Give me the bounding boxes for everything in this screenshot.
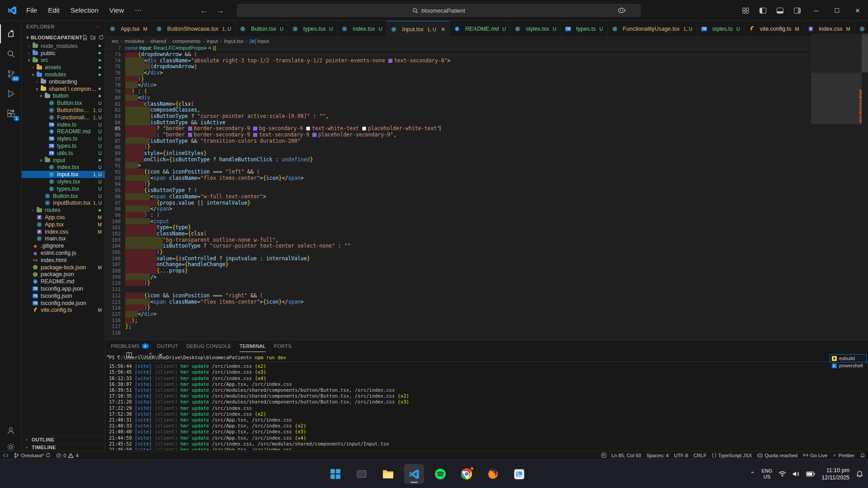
code-line-78[interactable]: 78 </div> [105, 82, 868, 89]
terminal-instance-powershell[interactable]: powershell [830, 362, 866, 369]
panel-tab-debug-console[interactable]: DEBUG CONSOLE [186, 340, 231, 352]
code-line-101[interactable]: 101 type={type} [105, 225, 868, 231]
tree-item-package-lock.json[interactable]: package-lock.jsonM [22, 264, 105, 271]
tree-item-styles.ts[interactable]: TSstyles.tsU [22, 135, 105, 142]
code-line-96[interactable]: 96 <span className="w-full text-center"> [105, 194, 868, 200]
tree-item-index.ts[interactable]: TSindex.tsU [22, 121, 105, 128]
code-line-98[interactable]: 98 </span> [105, 206, 868, 212]
code-line-112[interactable]: 112 {icon && iconPosition === "right" &&… [105, 293, 868, 299]
status-item-quota-reached[interactable]: Quota reached [755, 451, 800, 460]
tree-item-shared-components[interactable]: ∨shared \ components [22, 85, 105, 93]
tab-close-icon[interactable]: ✕ [441, 26, 445, 33]
tree-item-Input.tsx[interactable]: Input.tsx1, U [22, 171, 105, 178]
code-line-79[interactable]: 79 ) : ( [105, 89, 868, 95]
copilot-icon[interactable] [615, 5, 628, 16]
editor-tab-FunctionalityUsage.tsx[interactable]: FunctionalityUsage.tsx1, U [608, 21, 697, 37]
forward-arrow-icon[interactable]: → [216, 6, 224, 15]
tree-item-button[interactable]: ∨button [22, 93, 105, 100]
taskbar-app-firefox[interactable] [483, 464, 503, 484]
taskbar-app-spotify[interactable] [430, 464, 450, 484]
tree-item-Button.tsx[interactable]: Button.tsxU [22, 192, 105, 200]
tree-item-eslint.config.js[interactable]: ◉eslint.config.js [22, 249, 105, 257]
sticky-scroll-line[interactable]: 7const Input: React.FC<InputProps> = ({ [105, 45, 809, 52]
tree-item-main.tsx[interactable]: main.tsx [22, 235, 105, 243]
menu-view[interactable]: View [104, 4, 129, 17]
taskbar-app-vscode[interactable] [404, 464, 424, 484]
code-line-107[interactable]: 107 onChange={handleChange} [105, 262, 868, 268]
terminal-instance-esbuild[interactable]: esbuild [830, 355, 866, 362]
breadcrumb-item-modules[interactable]: modules [125, 38, 144, 44]
outline-section[interactable]: ›OUTLINE [22, 436, 105, 443]
breadcrumb[interactable]: src›modules›shared›components›input›Inpu… [105, 37, 868, 45]
language-indicator[interactable]: ENGUS [762, 468, 773, 480]
new-folder-icon[interactable] [90, 35, 96, 40]
clock-date[interactable]: 11:10 pm 12/11/2025 [821, 467, 849, 481]
breadcrumb-item-shared[interactable]: shared [151, 38, 166, 44]
code-line-116[interactable]: 116 ); [105, 318, 868, 324]
breadcrumb-item-input[interactable]: input [207, 38, 218, 44]
panel-tab-problems[interactable]: PROBLEMS4 [111, 340, 149, 352]
notification-bell-icon[interactable] [856, 470, 863, 478]
tree-item-modules[interactable]: ∨modules [22, 71, 105, 78]
code-line-86[interactable]: 86 : "border border-secondary-9 text-sec… [105, 132, 868, 138]
tree-item-index.css[interactable]: #index.cssM [22, 228, 105, 235]
code-line-99[interactable]: 99 ) : ( [105, 212, 868, 219]
tree-item-assets[interactable]: ›assets [22, 64, 105, 71]
tree-item-Button.tsx[interactable]: Button.tsxU [22, 99, 105, 107]
maximize-button[interactable]: ☐ [826, 0, 847, 21]
status-item-bell[interactable] [857, 451, 868, 460]
code-line-77[interactable]: 77 )} [105, 76, 868, 83]
tree-item-public[interactable]: ›public [22, 50, 105, 57]
code-line-114[interactable]: 114 )} [105, 305, 868, 311]
taskbar-chevron-up-icon[interactable]: ⌃ [750, 470, 755, 478]
code-line-109[interactable]: 109 /> [105, 274, 868, 281]
code-line-7[interactable]: 7const Input: React.FC<InputProps> = ({ [105, 45, 809, 52]
extensions-activity-icon[interactable]: 1 [0, 104, 22, 123]
code-line-111[interactable]: 111 [105, 286, 868, 293]
tree-item-onboarding[interactable]: ›onboarding [22, 78, 105, 85]
breadcrumb-item-components[interactable]: components [172, 38, 201, 44]
toggle-sidebar-icon[interactable] [756, 5, 769, 16]
code-line-104[interactable]: 104 isButtonType ? "cursor-pointer text-… [105, 243, 868, 249]
minimap[interactable] [811, 34, 862, 124]
tree-item-node-modules[interactable]: ›node_modules [22, 42, 105, 50]
panel-tab-output[interactable]: OUTPUT [157, 340, 178, 352]
status-item-utf-8[interactable]: UTF-8 [671, 451, 691, 460]
git-branch-item[interactable]: Oreoluwa* [11, 451, 53, 460]
code-editor[interactable]: 73 {dropdownArrow && (74 <div className=… [105, 52, 868, 340]
status-item-typescript-jsx[interactable]: { }TypeScript JSX [709, 451, 755, 460]
code-line-89[interactable]: 89 style={inlineStyles} [105, 150, 868, 157]
code-line-92[interactable]: 92 {icon && iconPosition === "left" && ( [105, 169, 868, 175]
panel-tab-ports[interactable]: PORTS [274, 340, 292, 352]
taskbar-app-photos[interactable] [509, 464, 529, 484]
menu-more[interactable]: ⋯ [129, 4, 147, 17]
tree-item-tsconfig.node.json[interactable]: TStsconfig.node.json [22, 300, 105, 307]
code-line-115[interactable]: 115 </div> [105, 311, 868, 318]
breadcrumb-item-Input.tsx[interactable]: Input.tsx [224, 38, 243, 44]
toggle-panel-icon[interactable] [773, 5, 787, 16]
run-debug-activity-icon[interactable] [0, 84, 22, 103]
tree-item-tsconfig.json[interactable]: TStsconfig.json [22, 292, 105, 300]
tree-item-types.ts[interactable]: TStypes.tsU [22, 142, 105, 150]
code-line-97[interactable]: 97 {props.value || internalValue} [105, 200, 868, 206]
tree-item-.gitignore[interactable]: ◆.gitignore [22, 242, 105, 249]
battery-icon[interactable] [806, 471, 815, 477]
code-line-102[interactable]: 102 className={clsx( [105, 231, 868, 237]
timeline-section[interactable]: ›TIMELINE [22, 443, 105, 451]
status-item-ln-85-col-93[interactable]: Ln 85, Col 93 [609, 451, 644, 460]
status-item-go-live[interactable]: Go Live [800, 451, 830, 460]
breadcrumb-item-Input[interactable]: Input [257, 38, 269, 44]
editor-tab-types.tsx[interactable]: types.tsxU [288, 21, 337, 37]
editor-tab-Button.tsx[interactable]: Button.tsxU [236, 21, 288, 37]
command-center-search[interactable]: bloomecaPatient [237, 4, 641, 17]
wifi-icon[interactable] [778, 471, 786, 477]
menu-selection[interactable]: Selection [65, 4, 104, 17]
tree-item-README.md[interactable]: iREADME.mdU [22, 128, 105, 136]
code-line-94[interactable]: 94 )} [105, 181, 868, 188]
code-line-118[interactable]: 118 [105, 330, 868, 336]
close-button[interactable]: ✕ [847, 0, 868, 21]
tree-item-package.json[interactable]: package.json [22, 271, 105, 278]
source-control-activity-icon[interactable]: 43 [0, 64, 22, 83]
tree-item-input[interactable]: ∨input [22, 157, 105, 164]
editor-tab-ButtonShowcase.tsx[interactable]: ButtonShowcase.tsx1, U [152, 21, 236, 37]
